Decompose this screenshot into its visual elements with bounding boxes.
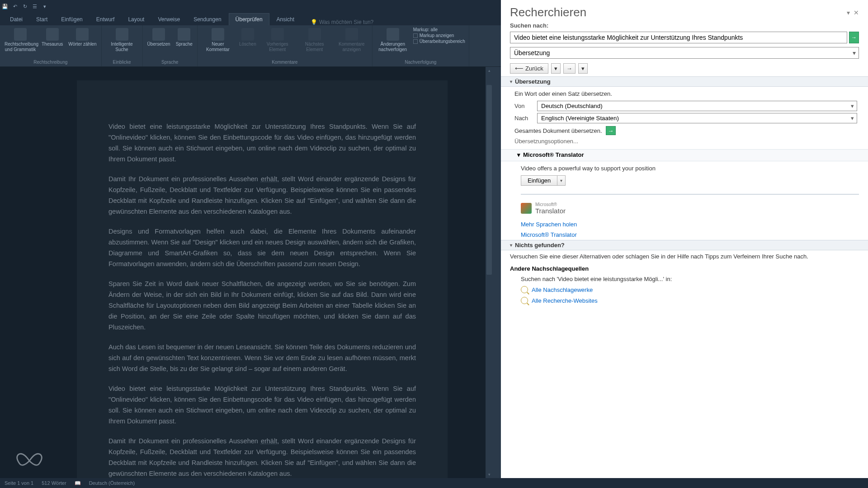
new-comment-button[interactable]: Neuer Kommentar — [199, 26, 236, 53]
ms-translator-link[interactable]: Microsoft® Translator — [501, 230, 868, 240]
checkbox-icon — [413, 39, 418, 44]
touch-mode-icon[interactable]: ☰ — [32, 3, 38, 9]
scroll-up-icon[interactable]: ▴ — [486, 67, 493, 74]
translate-icon — [152, 28, 165, 41]
search-input[interactable] — [510, 32, 847, 43]
from-language-select[interactable]: Deutsch (Deutschland) — [537, 101, 857, 111]
wordcount-button[interactable]: Wörter zählen — [66, 26, 99, 48]
thesaurus-icon — [46, 28, 59, 41]
translator-logo-icon — [521, 203, 532, 214]
delete-comment-icon — [241, 28, 254, 41]
translation-result-text: Video offers a powerful way to support y… — [521, 165, 857, 172]
status-words[interactable]: 512 Wörter — [42, 480, 66, 486]
show-comments-button: Kommentare anzeigen — [333, 26, 370, 53]
paragraph: Designs und Formatvorlagen helfen auch d… — [108, 226, 416, 269]
research-pane: Recherchieren ▾ ✕ Suchen nach: → Überset… — [501, 0, 868, 478]
vertical-scrollbar[interactable]: ▴ ▾ — [486, 67, 493, 478]
translate-button[interactable]: Übersetzen — [145, 26, 173, 48]
translate-whole-doc-label: Gesamtes Dokument übersetzen. — [514, 127, 602, 134]
save-icon[interactable]: 💾 — [2, 3, 8, 9]
prev-comment-icon — [271, 28, 284, 41]
other-sources-label: Andere Nachschlagequellen — [501, 263, 868, 273]
separator — [521, 194, 859, 195]
tab-start[interactable]: Start — [30, 14, 54, 25]
more-languages-link[interactable]: Mehr Sprachen holen — [501, 219, 868, 230]
show-comments-icon — [345, 28, 358, 41]
translation-options-link[interactable]: Übersetzungsoptionen... — [514, 138, 857, 145]
section-translation[interactable]: ▾Übersetzung — [501, 76, 868, 87]
wordcount-icon — [76, 28, 89, 41]
tab-ueberpruefen[interactable]: Überprüfen — [229, 13, 269, 25]
pane-dropdown-icon[interactable]: ▾ — [847, 9, 850, 16]
tab-ansicht[interactable]: Ansicht — [270, 14, 301, 25]
collapse-icon: ▾ — [517, 151, 520, 158]
paragraph: Auch das Lesen ist bequemer in der neuen… — [108, 342, 416, 374]
group-comments-label: Kommentare — [199, 59, 370, 66]
alternatives-text: Versuchen Sie eine dieser Alternativen o… — [501, 250, 868, 263]
tell-me-input: 💡 Was möchten Sie tun? — [311, 19, 373, 25]
magnifier-icon — [521, 286, 528, 293]
all-reference-link-row[interactable]: Alle Nachschlagewerke — [501, 284, 868, 295]
search-scope-select[interactable]: Übersetzung — [510, 47, 859, 59]
all-sites-link[interactable]: Alle Recherche-Websites — [532, 297, 598, 304]
to-language-select[interactable]: Englisch (Vereinigte Staaten) — [537, 113, 857, 123]
translate-description: Ein Wort oder einen Satz übersetzen. — [514, 90, 857, 97]
pane-close-icon[interactable]: ✕ — [854, 9, 859, 16]
from-label: Von — [514, 103, 533, 109]
track-changes-button[interactable]: Änderungen nachverfolgen — [374, 26, 411, 53]
markup-all-option[interactable]: Markup: alle — [413, 27, 465, 32]
document-page[interactable]: Video bietet eine leistungsstarke Möglic… — [77, 80, 448, 478]
tab-verweise[interactable]: Verweise — [151, 14, 186, 25]
group-tracking-label: Nachverfolgung — [374, 59, 467, 66]
insert-button[interactable]: Einfügen — [521, 175, 557, 186]
forward-button[interactable]: → — [563, 63, 576, 74]
prev-comment-button: Vorheriges Element — [259, 26, 296, 53]
tab-datei[interactable]: Datei — [4, 14, 29, 25]
section-nothing-found[interactable]: ▾Nichts gefunden? — [501, 240, 868, 250]
paragraph: Damit Ihr Dokument ein professionelles A… — [108, 174, 416, 217]
smart-lookup-icon — [116, 28, 128, 41]
tab-entwurf[interactable]: Entwurf — [90, 14, 121, 25]
thesaurus-button[interactable]: Thesaurus — [39, 26, 66, 48]
forward-dropdown[interactable]: ▾ — [578, 63, 588, 74]
back-button[interactable]: ⟵Zurück — [510, 63, 548, 74]
next-comment-button: Nächstes Element — [296, 26, 333, 53]
tab-einfuegen[interactable]: Einfügen — [55, 14, 89, 25]
group-language-label: Sprache — [145, 59, 195, 66]
scroll-down-icon[interactable]: ▾ — [486, 471, 493, 478]
collapse-icon: ▾ — [510, 243, 512, 248]
language-button[interactable]: Sprache — [173, 26, 195, 48]
insert-dropdown[interactable]: ▾ — [557, 175, 566, 186]
tab-sendungen[interactable]: Sendungen — [187, 14, 227, 25]
checkbox-icon — [413, 33, 418, 38]
all-reference-link[interactable]: Alle Nachschlagewerke — [532, 286, 593, 293]
redo-icon[interactable]: ↻ — [22, 3, 28, 9]
translate-whole-doc-button[interactable]: → — [606, 126, 616, 135]
proofing-icon[interactable]: 📖 — [75, 480, 81, 486]
spellcheck-icon — [14, 28, 27, 41]
undo-icon[interactable]: ↶ — [12, 3, 18, 9]
translator-logo: Microsoft®Translator — [501, 200, 868, 219]
back-arrow-icon: ⟵ — [515, 65, 524, 72]
spellcheck-button[interactable]: Rechtschreibung und Grammatik — [2, 26, 39, 53]
lightbulb-icon: 💡 — [311, 19, 317, 25]
collapse-icon: ▾ — [510, 79, 512, 84]
status-page[interactable]: Seite 1 von 1 — [5, 480, 33, 486]
search-go-button[interactable]: → — [849, 32, 859, 43]
watermark-icon — [14, 447, 45, 474]
magnifier-icon — [521, 297, 528, 304]
section-ms-translator[interactable]: ▾Microsoft® Translator — [501, 149, 868, 161]
scrollbar-thumb[interactable] — [486, 85, 492, 275]
show-markup-option[interactable]: Markup anzeigen — [413, 33, 465, 38]
search-label: Suchen nach: — [501, 21, 868, 30]
paragraph: Video bietet eine leistungsstarke Möglic… — [108, 121, 416, 164]
back-dropdown[interactable]: ▾ — [551, 63, 561, 74]
group-spellcheck-label: Rechtschreibung — [2, 59, 99, 66]
document-area[interactable]: Video bietet eine leistungsstarke Möglic… — [0, 67, 493, 478]
all-sites-link-row[interactable]: Alle Recherche-Websites — [501, 295, 868, 306]
smart-lookup-button[interactable]: Intelligente Suche — [104, 26, 141, 53]
qat-dropdown-icon[interactable]: ▾ — [42, 3, 48, 9]
reviewing-pane-option[interactable]: Überarbeitungsbereich — [413, 39, 465, 44]
tab-layout[interactable]: Layout — [122, 14, 151, 25]
status-language[interactable]: Deutsch (Österreich) — [89, 480, 135, 486]
